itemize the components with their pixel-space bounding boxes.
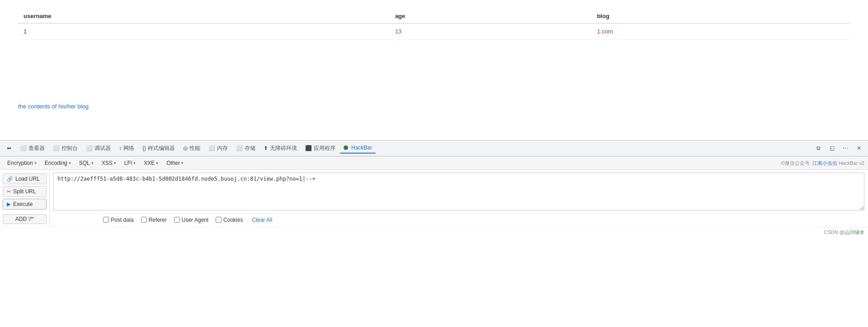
menu-sql[interactable]: SQL ▾	[75, 159, 97, 168]
split-url-icon: ✂	[7, 189, 11, 195]
devtools-back-icon[interactable]: ⬅	[3, 142, 15, 154]
cookies-checkbox[interactable]	[216, 217, 222, 223]
network-icon: ↕	[119, 145, 122, 151]
tab-storage[interactable]: ⬜ 存储	[232, 143, 259, 154]
xxe-arrow-icon: ▾	[156, 161, 158, 165]
load-url-icon: 🔗	[7, 176, 13, 182]
col-blog: blog	[591, 9, 850, 23]
load-url-button[interactable]: 🔗 Load URL	[3, 173, 47, 184]
referer-label[interactable]: Referer	[141, 217, 167, 223]
footer-bar: CSDN @山川绿水	[0, 227, 868, 238]
sql-arrow-icon: ▾	[91, 161, 94, 165]
lfi-arrow-icon: ▾	[133, 161, 136, 165]
close-icon[interactable]: ✕	[853, 142, 865, 154]
blog-content: the contents of his/her blog	[0, 103, 868, 110]
hackbar-main: 🔗 Load URL ✂ Split URL ▶ Execute	[0, 170, 868, 213]
tab-inspector[interactable]: ⬜ 查看器	[16, 143, 48, 154]
cell-age: 13	[390, 23, 592, 40]
cell-username: 1	[18, 23, 390, 40]
cell-blog: 1.com	[591, 23, 850, 40]
debugger-icon: ⬜	[86, 145, 93, 151]
console-icon: ⬜	[53, 145, 60, 151]
clear-all-link[interactable]: Clear All	[252, 217, 272, 223]
cookies-label[interactable]: Cookies	[216, 217, 243, 223]
hackbar-url-input[interactable]	[53, 173, 864, 210]
referer-checkbox[interactable]	[141, 217, 147, 223]
tab-console[interactable]: ⬜ 控制台	[49, 143, 81, 154]
dock-icon[interactable]: ⧉	[812, 142, 825, 154]
menu-encoding[interactable]: Encoding ▾	[41, 159, 75, 168]
col-age: age	[390, 9, 592, 23]
hackbar-menubar-left: Encryption ▾ Encoding ▾ SQL ▾ XSS ▾ LFI …	[4, 159, 187, 168]
hackbar-options: Post data Referer User Agent Cookies Cle…	[99, 213, 276, 227]
encryption-arrow-icon: ▾	[34, 161, 37, 165]
col-username: username	[18, 9, 390, 23]
hackbar-sidebar: 🔗 Load URL ✂ Split URL ▶ Execute	[0, 170, 50, 213]
table-row: 1 13 1.com	[18, 23, 850, 40]
storage-icon: ⬜	[236, 145, 243, 151]
accessibility-icon: ⬆	[264, 145, 268, 151]
post-data-checkbox[interactable]	[103, 217, 109, 223]
style-editor-icon: {}	[142, 145, 146, 151]
footer-watermark: CSDN @山川绿水	[824, 229, 864, 236]
tab-network[interactable]: ↕ 网络	[115, 143, 138, 154]
hackbar-menubar: Encryption ▾ Encoding ▾ SQL ▾ XSS ▾ LFI …	[0, 157, 868, 170]
memory-icon: ⬜	[208, 145, 215, 151]
devtools-bar: ⬅ ⬜ 查看器 ⬜ 控制台 ⬜ 调试器 ↕ 网络 {} 样式编辑器 ◎ 性能 ⬜…	[0, 140, 868, 156]
hackbar-url-area	[50, 170, 868, 213]
menu-encryption[interactable]: Encryption ▾	[4, 159, 40, 168]
tab-memory[interactable]: ⬜ 内存	[205, 143, 231, 154]
content-area: username age blog 1 13 1.com the content…	[0, 0, 868, 140]
table-wrapper: username age blog 1 13 1.com	[0, 9, 868, 40]
hackbar-dot-icon	[344, 145, 348, 150]
split-url-button[interactable]: ✂ Split URL	[3, 186, 47, 197]
menu-xss[interactable]: XSS ▾	[98, 159, 120, 168]
menu-other[interactable]: Other ▾	[163, 159, 187, 168]
hackbar-panel: Encryption ▾ Encoding ▾ SQL ▾ XSS ▾ LFI …	[0, 156, 868, 227]
xss-arrow-icon: ▾	[114, 161, 116, 165]
menu-xxe[interactable]: XXE ▾	[140, 159, 162, 168]
other-arrow-icon: ▾	[181, 161, 184, 165]
application-icon: ⬛	[305, 145, 312, 151]
tab-application[interactable]: ⬛ 应用程序	[302, 143, 339, 154]
user-agent-label[interactable]: User Agent	[174, 217, 208, 223]
inspector-icon: ⬜	[20, 145, 27, 151]
encoding-arrow-icon: ▾	[69, 161, 71, 165]
hackbar-bottom-section: ADD '/*' Post data Referer User Agent Co…	[0, 213, 868, 227]
data-table: username age blog 1 13 1.com	[18, 9, 850, 40]
post-data-label[interactable]: Post data	[103, 217, 134, 223]
undock-icon[interactable]: ◱	[826, 142, 838, 154]
add-button[interactable]: ADD '/*'	[3, 214, 47, 224]
tab-hackbar[interactable]: HackBar	[340, 143, 376, 154]
hackbar-add-row: ADD '/*'	[0, 213, 50, 227]
user-agent-checkbox[interactable]	[174, 217, 180, 223]
menu-lfi[interactable]: LFI ▾	[121, 159, 139, 168]
more-options-icon[interactable]: ⋯	[839, 142, 852, 154]
devtools-right-buttons: ⧉ ◱ ⋯ ✕	[812, 142, 865, 154]
execute-button[interactable]: ▶ Execute	[3, 199, 47, 210]
tab-accessibility[interactable]: ⬆ 无障碍环境	[260, 143, 301, 154]
tab-debugger[interactable]: ⬜ 调试器	[82, 143, 114, 154]
hackbar-watermark: ©微信公众号: 江南小虫虫 HackBar v2	[781, 160, 864, 167]
execute-icon: ▶	[7, 201, 11, 207]
table-header-row: username age blog	[18, 9, 850, 23]
tab-performance[interactable]: ◎ 性能	[179, 143, 204, 154]
tab-style-editor[interactable]: {} 样式编辑器	[139, 143, 179, 154]
performance-icon: ◎	[183, 145, 188, 151]
